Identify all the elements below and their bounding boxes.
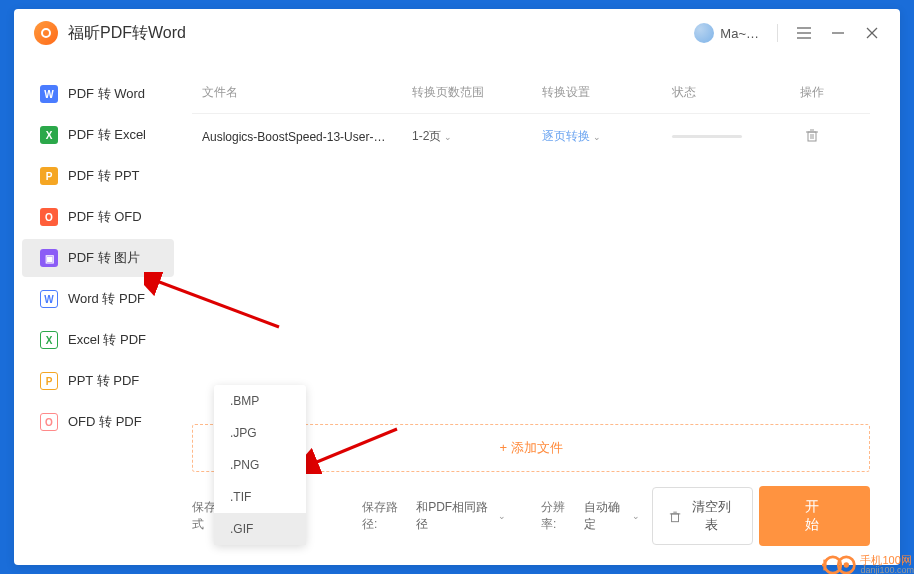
sidebar-item-pdf-ofd[interactable]: OPDF 转 OFD [22,198,174,236]
watermark-text-en: danji100.com [860,566,914,574]
format-dropdown: .BMP .JPG .PNG .TIF .GIF [214,385,306,545]
save-path-label: 保存路径: [362,499,410,533]
svg-rect-6 [808,132,816,141]
excel-icon: X [40,331,58,349]
annotation-arrow-2 [302,424,402,474]
page-range-select[interactable]: 1-2页 ⌄ [412,128,542,145]
sidebar-item-label: Excel 转 PDF [68,331,146,349]
col-settings: 转换设置 [542,84,672,101]
sidebar-item-ofd-pdf[interactable]: OOFD 转 PDF [22,403,174,441]
resolution-label: 分辨率: [541,499,578,533]
dropdown-item-jpg[interactable]: .JPG [214,417,306,449]
excel-icon: X [40,126,58,144]
clear-list-button[interactable]: 清空列表 [652,487,753,545]
dropdown-item-gif[interactable]: .GIF [214,513,306,545]
ofd-icon: O [40,413,58,431]
table-row: Auslogics-BoostSpeed-13-User-… 1-2页 ⌄ 逐页… [192,114,870,159]
chevron-down-icon: ⌄ [632,511,640,521]
sidebar-item-label: PDF 转 Excel [68,126,146,144]
watermark-logo [822,554,858,574]
sidebar-item-label: PPT 转 PDF [68,372,139,390]
sidebar-item-label: PDF 转 图片 [68,249,140,267]
file-name: Auslogics-BoostSpeed-13-User-… [202,130,412,144]
chevron-down-icon: ⌄ [593,132,601,142]
body: WPDF 转 Word XPDF 转 Excel PPDF 转 PPT OPDF… [14,57,900,565]
divider [777,24,778,42]
sidebar-item-label: OFD 转 PDF [68,413,142,431]
trash-icon [669,510,681,523]
dropdown-item-bmp[interactable]: .BMP [214,385,306,417]
sidebar-item-pdf-ppt[interactable]: PPDF 转 PPT [22,157,174,195]
col-ops: 操作 [792,84,832,101]
chevron-down-icon: ⌄ [444,132,452,142]
svg-rect-11 [672,513,679,521]
word-icon: W [40,85,58,103]
svg-line-17 [312,429,397,464]
dropdown-item-tif[interactable]: .TIF [214,481,306,513]
title-right: Ma~… [694,23,880,43]
ppt-icon: P [40,167,58,185]
add-file-label: 添加文件 [511,440,563,455]
sidebar-item-pdf-word[interactable]: WPDF 转 Word [22,75,174,113]
sidebar-item-label: PDF 转 Word [68,85,145,103]
sidebar-item-pdf-excel[interactable]: XPDF 转 Excel [22,116,174,154]
chevron-down-icon: ⌄ [498,511,506,521]
titlebar: 福昕PDF转Word Ma~… [14,9,900,57]
plus-icon: + [499,440,507,455]
image-icon: ▣ [40,249,58,267]
sidebar-item-ppt-pdf[interactable]: PPPT 转 PDF [22,362,174,400]
dropdown-item-png[interactable]: .PNG [214,449,306,481]
sidebar-item-label: PDF 转 PPT [68,167,140,185]
word-icon: W [40,290,58,308]
col-filename: 文件名 [202,84,412,101]
app-window: 福昕PDF转Word Ma~… WPDF 转 Word XPDF 转 Excel… [14,9,900,565]
annotation-arrow-1 [144,272,284,332]
save-path-select[interactable]: 和PDF相同路径 ⌄ [416,499,506,533]
ppt-icon: P [40,372,58,390]
svg-line-15 [154,280,279,327]
svg-point-20 [844,562,849,567]
convert-settings-select[interactable]: 逐页转换 ⌄ [542,129,601,143]
ofd-icon: O [40,208,58,226]
app-logo [34,21,58,45]
sidebar-item-label: Word 转 PDF [68,290,145,308]
start-button[interactable]: 开 始 [759,486,870,546]
user-name: Ma~… [720,26,759,41]
progress-bar [672,135,742,138]
col-status: 状态 [672,84,792,101]
col-range: 转换页数范围 [412,84,542,101]
delete-button[interactable] [805,131,819,145]
menu-button[interactable] [796,25,812,41]
close-button[interactable] [864,25,880,41]
avatar [694,23,714,43]
minimize-button[interactable] [830,25,846,41]
user-badge[interactable]: Ma~… [694,23,759,43]
app-title: 福昕PDF转Word [68,23,694,44]
watermark: 手机100网 danji100.com [822,554,914,574]
sidebar-item-label: PDF 转 OFD [68,208,142,226]
table-header: 文件名 转换页数范围 转换设置 状态 操作 [192,72,870,114]
resolution-select[interactable]: 自动确定 ⌄ [584,499,640,533]
